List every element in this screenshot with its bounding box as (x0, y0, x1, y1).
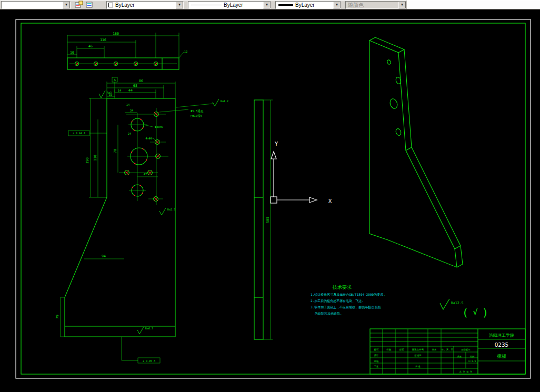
label-4xphi9: 4×Φ9 (145, 137, 152, 140)
layer-combo[interactable] (1, 1, 71, 9)
dim-94: 94 (102, 254, 106, 258)
label-phi30: Φ30H7 (155, 125, 164, 128)
dim-70: 70 (113, 149, 117, 153)
ucs-y-label: Y (275, 140, 278, 147)
bylayer-color-swatch-icon (108, 3, 113, 7)
lineweight-sample-icon (278, 4, 293, 6)
lineweight-combo[interactable]: ByLayer (275, 1, 341, 9)
ucs-x-label: X (328, 198, 332, 205)
dim-10-top: 10 (70, 51, 74, 55)
plotstyle-combo-value: 随颜色 (346, 2, 364, 8)
dim-79: 79 (55, 315, 59, 319)
datum-a-label: A (114, 78, 116, 82)
tb-biaozhunhua: 标准化 (414, 354, 422, 357)
tb-fenqu: 分区 (399, 348, 405, 351)
properties-toolbar: ByLayer ByLayer ByLayer 随颜色 (0, 0, 540, 9)
dim-116: 116 (100, 38, 106, 42)
top-view (67, 33, 184, 69)
dim-34: 34 (130, 109, 134, 112)
plotstyle-combo: 随颜色 (345, 1, 406, 9)
linetype-combo-arrow-icon[interactable] (263, 2, 271, 8)
isometric-view (369, 37, 463, 267)
tb-sheets: 共 张 第 张 (459, 370, 473, 373)
ucs-icon (271, 152, 317, 203)
front-view-dimensions (61, 77, 219, 363)
dim-47: 47 (144, 173, 147, 176)
isometric-holes (387, 59, 402, 136)
tb-gongyi: 工艺 (374, 365, 379, 368)
application-window: ByLayer ByLayer ByLayer 随颜色 (0, 0, 540, 392)
tb-nianyueri: 年、月、日 (442, 348, 454, 351)
fcf-top: ⊥ 0.04 A (73, 132, 85, 135)
dim-110: 110 (93, 155, 97, 161)
make-layer-current-icon[interactable] (84, 1, 95, 9)
dim-86: 86 (139, 79, 143, 83)
dim-68: 68 (133, 84, 137, 88)
large-holes (131, 118, 147, 196)
ra6-3-label: Ra6.3 (145, 327, 153, 330)
front-view (61, 77, 219, 363)
tb-chushu: 处数 (387, 348, 392, 351)
tb-scale: 1:1.5 (468, 359, 476, 363)
tech-title: 技术要求 (332, 285, 352, 290)
layer-combo-arrow-icon[interactable] (63, 2, 70, 8)
dim-14-hole: 14 (126, 103, 130, 106)
tech-line-1: 1.锐边棱角尺寸及其偏差合GB/T1804-2000的要求. (311, 293, 385, 297)
tb-sheji: 设计 (374, 354, 379, 357)
dim-12: 12 (184, 50, 188, 53)
color-combo[interactable]: ByLayer (106, 1, 184, 9)
dim-24: 24 (128, 132, 132, 135)
color-combo-arrow-icon[interactable] (176, 2, 183, 8)
dim-14-top: 14 (118, 89, 122, 92)
tb-part-name: 撑板 (497, 354, 506, 359)
lineweight-combo-value: ByLayer (293, 2, 315, 8)
dim-190: 190 (85, 157, 89, 164)
linetype-sample-icon (191, 5, 222, 5)
ra3-label: Ra3 (107, 91, 112, 94)
lineweight-combo-arrow-icon[interactable] (333, 2, 341, 8)
drawing-canvas[interactable]: 1601164610128668441410ARa3Ra1.2Φ5.5通孔□Φ1… (0, 0, 540, 392)
tb-zhiliang: 质量 (457, 355, 462, 358)
tb-material: Q235 (495, 341, 509, 348)
ra2-5-label: Ra2.5 (167, 208, 175, 211)
tb-shenhe: 审核 (374, 360, 379, 363)
tb-jieduan: 阶段标记 (462, 348, 471, 351)
layer-properties-icon[interactable] (74, 1, 84, 9)
color-combo-value: ByLayer (113, 2, 135, 8)
tech-line-2: 2.加工后的棱角处不得有毛刺、飞边. (311, 299, 364, 303)
roughness-value: Ra12.5 (451, 301, 464, 305)
tb-school: 洛阳理工学院 (489, 333, 514, 338)
text-layer: 1601164610128668441410ARa3Ra1.2Φ5.5通孔□Φ1… (55, 32, 514, 373)
tb-genggai: 更改文件号 (412, 348, 424, 351)
ra1-2-label: Ra1.2 (221, 99, 228, 103)
roughness-paren-close: ) (482, 306, 488, 319)
plotstyle-combo-arrow-icon (398, 2, 406, 8)
linetype-combo[interactable]: ByLayer (188, 1, 271, 9)
dim-160: 160 (113, 32, 119, 36)
dim-505: 505 (266, 217, 270, 223)
linetype-combo-value: ByLayer (222, 2, 243, 8)
fcf-bottom: ⊥ 0.05 A (143, 359, 155, 363)
roughness-paren-open: ( (462, 306, 468, 319)
hole-note-line1: Φ5.5通孔 (191, 109, 204, 113)
tech-line-4: 的缺陷和其他缺陷. (315, 311, 342, 316)
roughness-check: √ (473, 307, 477, 317)
tb-qianming: 签名 (432, 348, 437, 351)
roughness-note (440, 299, 449, 309)
tb-pizhun: 批准 (415, 365, 421, 368)
dim-44: 44 (128, 88, 133, 93)
toolbar-filler (406, 1, 540, 9)
dim-46: 46 (88, 44, 93, 48)
hole-note-line2: □Φ10深6 (191, 114, 202, 118)
tb-biaoji: 标记 (374, 348, 379, 351)
border-frame (16, 19, 531, 378)
tech-line-3: 3.零件加工面刮上，不应有裂纹、擦伤等损伤表面 (311, 305, 381, 309)
